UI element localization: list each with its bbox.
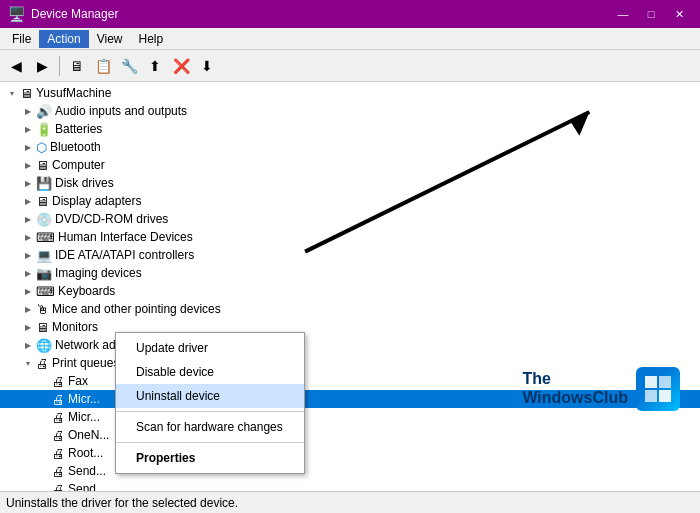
list-item[interactable]: ▶ 🔊 Audio inputs and outputs xyxy=(0,102,700,120)
menu-action[interactable]: Action xyxy=(39,30,88,48)
display-label: Display adapters xyxy=(52,194,141,208)
toolbar: ◀ ▶ 🖥 📋 🔧 ⬆ ❌ ⬇ xyxy=(0,50,700,82)
svg-rect-5 xyxy=(659,390,671,402)
list-item[interactable]: ▶ 💾 Disk drives xyxy=(0,174,700,192)
context-menu: Update driver Disable device Uninstall d… xyxy=(115,332,305,474)
disk-expand-icon[interactable]: ▶ xyxy=(20,175,36,191)
imaging-expand-icon[interactable]: ▶ xyxy=(20,265,36,281)
ide-expand-icon[interactable]: ▶ xyxy=(20,247,36,263)
dvd-expand-icon[interactable]: ▶ xyxy=(20,211,36,227)
network-expand-icon[interactable]: ▶ xyxy=(20,337,36,353)
computer-button[interactable]: 🖥 xyxy=(65,54,89,78)
properties-button[interactable]: 🔧 xyxy=(117,54,141,78)
display-icon: 🖥 xyxy=(36,194,49,209)
ctx-uninstall-device[interactable]: Uninstall device xyxy=(116,384,304,408)
list-item[interactable]: 🖨 OneN... xyxy=(0,426,700,444)
list-item[interactable]: ▶ 📷 Imaging devices xyxy=(0,264,700,282)
svg-rect-3 xyxy=(659,376,671,388)
fax-label: Fax xyxy=(68,374,88,388)
hid-label: Human Interface Devices xyxy=(58,230,193,244)
ctx-separator-2 xyxy=(116,442,304,443)
print-expand-icon[interactable]: ▾ xyxy=(20,355,36,371)
title-bar: 🖥️ Device Manager — □ ✕ xyxy=(0,0,700,28)
app-icon: 🖥️ xyxy=(8,6,25,22)
tree-root[interactable]: ▾ 🖥 YusufMachine xyxy=(0,84,700,102)
status-bar: Uninstalls the driver for the selected d… xyxy=(0,491,700,513)
computer-label: Computer xyxy=(52,158,105,172)
list-item[interactable]: 🖨 Root... xyxy=(0,444,700,462)
dvd-icon: 💿 xyxy=(36,212,52,227)
windows-club-logo xyxy=(636,367,680,411)
list-item[interactable]: ▶ 🌐 Network adapters xyxy=(0,336,700,354)
ctx-scan-hardware[interactable]: Scan for hardware changes xyxy=(116,415,304,439)
keyboards-label: Keyboards xyxy=(58,284,115,298)
remove-button[interactable]: ❌ xyxy=(169,54,193,78)
menu-view[interactable]: View xyxy=(89,30,131,48)
hid-icon: ⌨ xyxy=(36,230,55,245)
batteries-label: Batteries xyxy=(55,122,102,136)
network-icon: 🌐 xyxy=(36,338,52,353)
root-expand-icon[interactable]: ▾ xyxy=(4,85,20,101)
list-item[interactable]: 🖨 Send... xyxy=(0,462,700,480)
list-item[interactable]: ▶ 🔋 Batteries xyxy=(0,120,700,138)
list-item[interactable]: ▶ ⌨ Keyboards xyxy=(0,282,700,300)
back-button[interactable]: ◀ xyxy=(4,54,28,78)
bluetooth-icon: ⬡ xyxy=(36,140,47,155)
maximize-button[interactable]: □ xyxy=(638,4,664,24)
list-item[interactable]: ▶ 🖱 Mice and other pointing devices xyxy=(0,300,700,318)
onen-icon: 🖨 xyxy=(52,428,65,443)
svg-rect-4 xyxy=(645,390,657,402)
list-item[interactable]: ▶ 💻 IDE ATA/ATAPI controllers xyxy=(0,246,700,264)
batteries-icon: 🔋 xyxy=(36,122,52,137)
disk-label: Disk drives xyxy=(55,176,114,190)
close-button[interactable]: ✕ xyxy=(666,4,692,24)
batteries-expand-icon[interactable]: ▶ xyxy=(20,121,36,137)
minimize-button[interactable]: — xyxy=(610,4,636,24)
micr1-label: Micr... xyxy=(68,392,100,406)
root-item-label: Root... xyxy=(68,446,103,460)
device-tree[interactable]: ▾ 🖥 YusufMachine ▶ 🔊 Audio inputs and ou… xyxy=(0,82,700,491)
keyboards-expand-icon[interactable]: ▶ xyxy=(20,283,36,299)
fax-icon: 🖨 xyxy=(52,374,65,389)
list-item[interactable]: 🖨 Send... xyxy=(0,480,700,491)
computer-expand-icon[interactable]: ▶ xyxy=(20,157,36,173)
hid-expand-icon[interactable]: ▶ xyxy=(20,229,36,245)
audio-expand-icon[interactable]: ▶ xyxy=(20,103,36,119)
update-button[interactable]: ⬆ xyxy=(143,54,167,78)
onen-label: OneN... xyxy=(68,428,109,442)
ctx-update-driver[interactable]: Update driver xyxy=(116,336,304,360)
windows-club-line1: The xyxy=(522,369,628,388)
mice-expand-icon[interactable]: ▶ xyxy=(20,301,36,317)
list-item[interactable]: ▶ 💿 DVD/CD-ROM drives xyxy=(0,210,700,228)
windows-club-badge: The WindowsClub xyxy=(522,365,680,411)
print-label: Print queues xyxy=(52,356,119,370)
forward-button[interactable]: ▶ xyxy=(30,54,54,78)
micr2-icon: 🖨 xyxy=(52,410,65,425)
ide-label: IDE ATA/ATAPI controllers xyxy=(55,248,194,262)
list-item[interactable]: ▶ ⌨ Human Interface Devices xyxy=(0,228,700,246)
list-button[interactable]: 📋 xyxy=(91,54,115,78)
ctx-properties[interactable]: Properties xyxy=(116,446,304,470)
title-bar-title: Device Manager xyxy=(31,7,118,21)
menu-help[interactable]: Help xyxy=(131,30,172,48)
list-item[interactable]: ▶ 🖥 Computer xyxy=(0,156,700,174)
monitors-icon: 🖥 xyxy=(36,320,49,335)
display-expand-icon[interactable]: ▶ xyxy=(20,193,36,209)
keyboards-icon: ⌨ xyxy=(36,284,55,299)
svg-rect-2 xyxy=(645,376,657,388)
list-item[interactable]: ▶ 🖥 Monitors xyxy=(0,318,700,336)
list-item[interactable]: ▶ 🖥 Display adapters xyxy=(0,192,700,210)
imaging-label: Imaging devices xyxy=(55,266,142,280)
dvd-label: DVD/CD-ROM drives xyxy=(55,212,168,226)
monitors-expand-icon[interactable]: ▶ xyxy=(20,319,36,335)
menu-file[interactable]: File xyxy=(4,30,39,48)
bluetooth-expand-icon[interactable]: ▶ xyxy=(20,139,36,155)
audio-icon: 🔊 xyxy=(36,104,52,119)
ctx-disable-device[interactable]: Disable device xyxy=(116,360,304,384)
list-item[interactable]: ▶ ⬡ Bluetooth xyxy=(0,138,700,156)
ide-icon: 💻 xyxy=(36,248,52,263)
menu-bar: File Action View Help xyxy=(0,28,700,50)
micr1-icon: 🖨 xyxy=(52,392,65,407)
print-icon: 🖨 xyxy=(36,356,49,371)
scan-button[interactable]: ⬇ xyxy=(195,54,219,78)
